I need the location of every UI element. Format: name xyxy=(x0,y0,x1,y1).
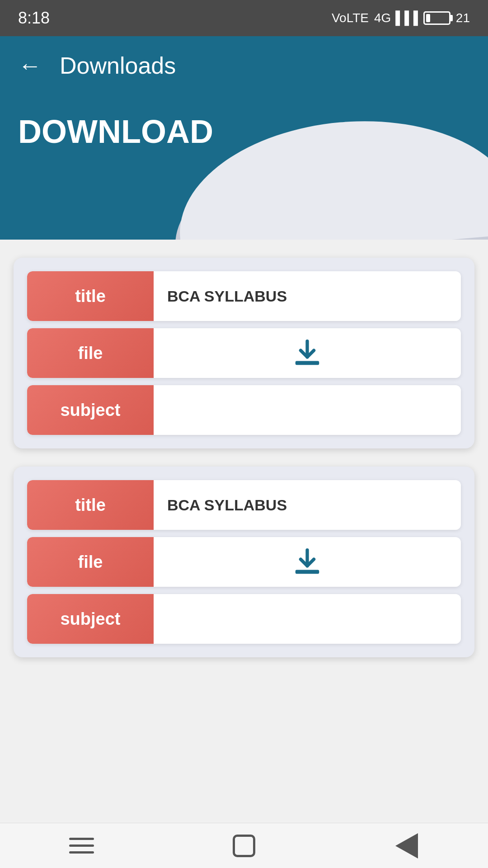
status-time: 8:18 xyxy=(18,9,50,28)
svg-rect-0 xyxy=(296,361,319,365)
subject-value-2 xyxy=(154,594,461,644)
battery-icon xyxy=(423,11,450,25)
header-banner-text: DOWNLOAD xyxy=(0,95,488,168)
bottom-nav xyxy=(0,823,488,868)
title-label-1: title xyxy=(27,271,154,321)
svg-rect-1 xyxy=(296,570,319,574)
file-label-1: file xyxy=(27,328,154,378)
file-content-1[interactable] xyxy=(154,328,461,378)
app-bar-title: Downloads xyxy=(60,52,176,79)
back-nav-button[interactable] xyxy=(389,832,425,859)
card-row-subject-2: subject xyxy=(27,594,461,644)
file-content-2[interactable] xyxy=(154,537,461,587)
header-banner: DOWNLOAD xyxy=(0,95,488,240)
app-bar: ← Downloads xyxy=(0,36,488,95)
card-row-title-2: title BCA SYLLABUS xyxy=(27,480,461,530)
back-button[interactable]: ← xyxy=(18,52,42,79)
card-row-file-1[interactable]: file xyxy=(27,328,461,378)
title-label-2: title xyxy=(27,480,154,530)
home-nav-button[interactable] xyxy=(226,832,262,859)
download-icon-2 xyxy=(291,546,323,578)
subject-label-1: subject xyxy=(27,385,154,435)
status-bar: 8:18 VoLTE 4G▐▐▐ 21 xyxy=(0,0,488,36)
status-icons: VoLTE 4G▐▐▐ 21 xyxy=(332,11,470,25)
download-card-2: title BCA SYLLABUS file subject xyxy=(14,467,474,657)
card-row-file-2[interactable]: file xyxy=(27,537,461,587)
main-content: title BCA SYLLABUS file subject xyxy=(0,240,488,823)
battery-level: 21 xyxy=(456,11,470,25)
signal-bars: 4G▐▐▐ xyxy=(374,11,418,25)
network-icon: VoLTE xyxy=(332,11,369,25)
card-row-subject-1: subject xyxy=(27,385,461,435)
hamburger-icon xyxy=(69,838,94,854)
back-triangle-icon xyxy=(395,833,418,859)
download-card-1: title BCA SYLLABUS file subject xyxy=(14,258,474,448)
download-icon-1 xyxy=(291,337,323,369)
home-square-icon xyxy=(233,835,255,857)
card-row-title-1: title BCA SYLLABUS xyxy=(27,271,461,321)
menu-nav-button[interactable] xyxy=(63,832,99,859)
title-value-1: BCA SYLLABUS xyxy=(154,271,461,321)
file-label-2: file xyxy=(27,537,154,587)
subject-value-1 xyxy=(154,385,461,435)
title-value-2: BCA SYLLABUS xyxy=(154,480,461,530)
subject-label-2: subject xyxy=(27,594,154,644)
